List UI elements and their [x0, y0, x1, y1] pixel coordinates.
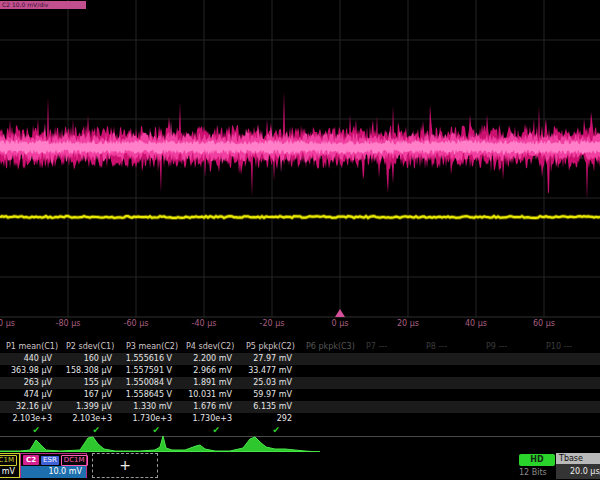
param-header-P1[interactable]: P1 mean(C1): [0, 340, 60, 353]
time-tick-label-1: -80 µs: [56, 319, 81, 328]
param-value-P7-r2: [360, 365, 420, 377]
param-value-P4-r4: 10.031 mV: [180, 389, 240, 401]
param-header-P3[interactable]: P3 mean(C2): [120, 340, 180, 353]
param-value-P8-r1: [420, 353, 480, 365]
param-value-P2-r5: 1.399 µV: [60, 401, 120, 413]
param-value-P10-r3: [540, 377, 600, 389]
param-header-P7[interactable]: P7 ---: [360, 340, 420, 353]
param-value-P5-r5: 6.135 mV: [240, 401, 300, 413]
param-value-P10-r2: [540, 365, 600, 377]
param-header-P8[interactable]: P8 ---: [420, 340, 480, 353]
param-value-P2-r4: 167 µV: [60, 389, 120, 401]
param-value-P8-r6: [420, 413, 480, 425]
time-tick-label-5: 0 µs: [332, 319, 349, 328]
time-tick-label-4: -20 µs: [260, 319, 285, 328]
channel-c1-descriptor[interactable]: C1 DC1M 10.0 mV: [0, 453, 20, 478]
oscilloscope-screen: C2 10.0 mV/div -100 µs-80 µs-60 µs-40 µs…: [0, 0, 600, 480]
param-value-P8-r4: [420, 389, 480, 401]
param-value-row-4: 474 µV167 µV1.558645 V10.031 mV59.97 mV: [0, 389, 600, 401]
param-value-P2-r1: 160 µV: [60, 353, 120, 365]
measurement-table: P1 mean(C1)P2 sdev(C1)P3 mean(C2)P4 sdev…: [0, 340, 600, 437]
time-tick-label-6: 20 µs: [397, 319, 419, 328]
param-value-P6-r6: [300, 413, 360, 425]
waveform-grid: [0, 0, 600, 318]
time-tick-label-2: -60 µs: [124, 319, 149, 328]
descriptor-bar: C1 DC1M 10.0 mV C2 ESR DC1M 10.0 mV + HD…: [0, 452, 600, 480]
param-value-P6-r1: [300, 353, 360, 365]
param-value-P8-r5: [420, 401, 480, 413]
time-tick-label-7: 40 µs: [465, 319, 487, 328]
param-value-row-2: 363.98 µV158.308 µV1.557591 V2.966 mV33.…: [0, 365, 600, 377]
param-value-row-1: 440 µV160 µV1.555616 V2.200 mV27.97 mV: [0, 353, 600, 365]
param-value-P5-r2: 33.477 mV: [240, 365, 300, 377]
channel-c2-descriptor[interactable]: C2 ESR DC1M 10.0 mV: [20, 453, 87, 478]
param-value-P4-r3: 1.891 mV: [180, 377, 240, 389]
c1-vertical-scale: 10.0 mV: [0, 466, 19, 478]
param-value-row-6: 2.103e+32.103e+31.730e+31.730e+3292: [0, 413, 600, 425]
param-value-P10-r6: [540, 413, 600, 425]
param-value-P5-r4: 59.97 mV: [240, 389, 300, 401]
c1-coupling-badge: DC1M: [0, 455, 17, 466]
param-value-P7-r6: [360, 413, 420, 425]
param-value-P3-r4: 1.558645 V: [120, 389, 180, 401]
hd-bits-label: 12 Bits: [519, 468, 559, 477]
param-value-P4-r2: 2.966 mV: [180, 365, 240, 377]
time-tick-label-0: -100 µs: [0, 319, 15, 328]
hd-mode-badge[interactable]: HD: [519, 454, 555, 466]
timebase-value: 20.0 µs/div: [556, 464, 600, 479]
param-value-P1-r1: 440 µV: [0, 353, 60, 365]
param-value-P5-r6: 292: [240, 413, 300, 425]
param-value-P1-r3: 263 µV: [0, 377, 60, 389]
param-value-P6-r4: [300, 389, 360, 401]
param-value-P3-r5: 1.330 mV: [120, 401, 180, 413]
param-value-P3-r3: 1.550084 V: [120, 377, 180, 389]
param-value-P4-r5: 1.676 mV: [180, 401, 240, 413]
timebase-title: Tbase: [556, 453, 600, 464]
param-header-P10[interactable]: P10 ---: [540, 340, 600, 353]
param-value-P3-r1: 1.555616 V: [120, 353, 180, 365]
param-value-P6-r2: [300, 365, 360, 377]
param-value-P3-r2: 1.557591 V: [120, 365, 180, 377]
param-value-P7-r1: [360, 353, 420, 365]
c2-label: C2: [23, 455, 39, 465]
add-trace-button[interactable]: +: [92, 453, 158, 478]
time-tick-label-8: 60 µs: [533, 319, 555, 328]
param-value-P9-r4: [480, 389, 540, 401]
param-value-P5-r1: 27.97 mV: [240, 353, 300, 365]
param-value-P10-r4: [540, 389, 600, 401]
param-value-P9-r2: [480, 365, 540, 377]
param-value-P4-r1: 2.200 mV: [180, 353, 240, 365]
param-header-P9[interactable]: P9 ---: [480, 340, 540, 353]
param-value-P2-r3: 155 µV: [60, 377, 120, 389]
c2-esr-badge: ESR: [41, 456, 59, 465]
param-value-P10-r1: [540, 353, 600, 365]
param-value-P6-r5: [300, 401, 360, 413]
param-value-P8-r2: [420, 365, 480, 377]
param-header-P6[interactable]: P6 pkpk(C3): [300, 340, 360, 353]
param-value-P1-r5: 32.16 µV: [0, 401, 60, 413]
param-value-P1-r2: 363.98 µV: [0, 365, 60, 377]
param-value-P9-r5: [480, 401, 540, 413]
time-tick-label-3: -40 µs: [192, 319, 217, 328]
c2-vertical-scale: 10.0 mV: [21, 466, 86, 478]
param-value-P7-r4: [360, 389, 420, 401]
timebase-axis-labels: -100 µs-80 µs-60 µs-40 µs-20 µs0 µs20 µs…: [0, 319, 600, 331]
param-value-P7-r3: [360, 377, 420, 389]
param-value-P1-r6: 2.103e+3: [0, 413, 60, 425]
param-value-row-5: 32.16 µV1.399 µV1.330 mV1.676 mV6.135 mV: [0, 401, 600, 413]
timebase-descriptor[interactable]: Tbase 20.0 µs/div: [556, 453, 600, 479]
param-header-P4[interactable]: P4 sdev(C2): [180, 340, 240, 353]
param-value-P4-r6: 1.730e+3: [180, 413, 240, 425]
param-value-P9-r1: [480, 353, 540, 365]
param-value-P2-r6: 2.103e+3: [60, 413, 120, 425]
param-value-P5-r3: 25.03 mV: [240, 377, 300, 389]
param-header-P2[interactable]: P2 sdev(C1): [60, 340, 120, 353]
param-value-P3-r6: 1.730e+3: [120, 413, 180, 425]
param-value-P8-r3: [420, 377, 480, 389]
param-header-row: P1 mean(C1)P2 sdev(C1)P3 mean(C2)P4 sdev…: [0, 340, 600, 353]
param-value-P9-r6: [480, 413, 540, 425]
active-trace-label: C2 10.0 mV/div: [0, 1, 86, 9]
param-header-P5[interactable]: P5 pkpk(C2): [240, 340, 300, 353]
param-value-P6-r3: [300, 377, 360, 389]
waveform-svg: [0, 0, 600, 318]
